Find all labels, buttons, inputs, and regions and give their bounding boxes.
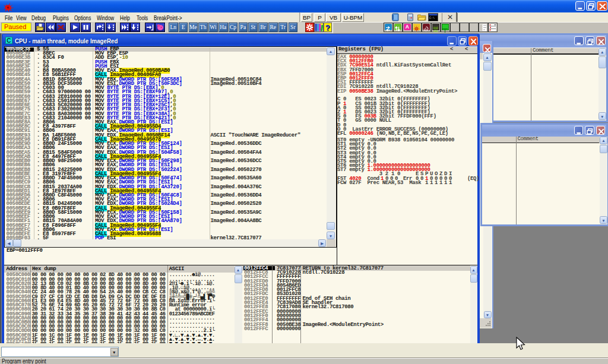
svg-text:C:\: C:\ — [429, 17, 435, 20]
